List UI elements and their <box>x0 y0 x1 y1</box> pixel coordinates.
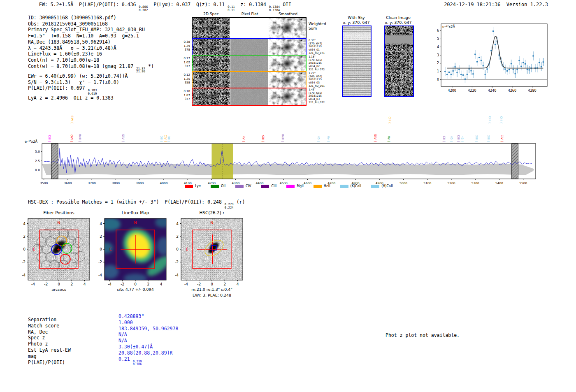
y-tick-label: -4 <box>175 273 179 277</box>
left-label-line: 378 <box>179 48 190 52</box>
data-point <box>462 74 464 76</box>
data-point <box>504 68 506 70</box>
data-point <box>520 66 522 67</box>
data-point <box>518 60 520 61</box>
north-label: N <box>57 220 60 225</box>
selected-line-band <box>211 144 233 179</box>
match-table-row: mag20.88(20.88,20.89)R <box>28 353 71 360</box>
emission-line-label: OIII { <box>475 135 478 142</box>
cutout-svg: -4-4-2-2002244NEs/b: 4.77 +/- 0.094 <box>93 215 178 296</box>
y-tick-label: -4 <box>98 273 102 277</box>
smoothed-dark-blob <box>280 74 294 86</box>
masked-region-hatch <box>51 144 58 179</box>
lineflux-map-title: Lineflux Map <box>93 210 178 215</box>
x-tick-label: 2 <box>70 282 73 286</box>
match-row-value: N/A <box>118 332 127 338</box>
smoothed-side-blob <box>296 44 305 51</box>
elixer-report-page: { "meta": {"header_right": "2024-12-19 1… <box>0 0 576 392</box>
rect-mark <box>230 72 267 88</box>
y-tick-label: 4 <box>23 222 26 226</box>
xlabel2: EWr: 3. PLAE: 0.248 <box>193 293 231 297</box>
legend-swatch <box>261 185 269 188</box>
legend-item: (K)CaII <box>340 184 362 188</box>
y-tick-label: 6 <box>437 29 439 32</box>
data-point <box>513 69 514 70</box>
match-row-value: 1.000 <box>118 320 133 326</box>
x-tick-label: -4 <box>184 282 188 286</box>
y-tick-label: -4 <box>22 273 26 277</box>
match-row-value: 183.849359, 50.962978 <box>118 326 178 332</box>
cutout-svg: -4-4-2-2002244NEm:21.0 re:1.3" s:0.4"EWr… <box>170 215 254 299</box>
match-row-label: P(LAE)/P(OII) <box>28 360 65 365</box>
y-tick-label: 1 <box>437 70 439 73</box>
right-label-line: 0.35" <box>309 39 335 42</box>
right-label-line: 1.18" <box>309 55 335 58</box>
legend-label: Lyα <box>195 184 201 188</box>
y-tick-label: 4 <box>176 222 179 226</box>
x-tick-label: 0 <box>211 282 213 286</box>
right-label-line: 1.27" <box>309 72 335 75</box>
spec2d-cell-2d <box>193 18 230 38</box>
x-tick-label: 4 <box>84 282 86 286</box>
x-tick-label: -2 <box>197 282 201 286</box>
data-point <box>516 69 518 70</box>
x-tick-label: -4 <box>108 282 111 286</box>
right-label-line: 20181215 <box>309 94 335 97</box>
2d-dark-streak <box>197 78 225 83</box>
data-point <box>509 69 510 70</box>
match-row-label: mag <box>28 353 37 359</box>
y-tick-label: 4 <box>437 45 439 49</box>
smoothed-side-blob <box>296 93 305 100</box>
emission-line-label: CIV { <box>164 135 167 142</box>
emission-line-label: Hδ { <box>317 136 320 142</box>
hsc-dex-match-header: HSC-DEX : Possible Matches = 1 (within +… <box>28 199 245 209</box>
y-tick-label: 4 <box>100 222 102 226</box>
line-fit-svg: 420042204240426042800123456e⁻¹⁷x2Å <box>429 21 550 95</box>
left-label-line: 0.38 <box>179 40 190 44</box>
legend-item: Lyα <box>185 184 201 188</box>
right-label-line: 20181215 <box>309 78 335 81</box>
spec2d-cell-flat <box>230 72 267 88</box>
data-point <box>543 61 544 63</box>
with-sky-image <box>342 26 372 97</box>
east-label: E <box>186 247 188 251</box>
data-point <box>495 44 496 45</box>
data-point <box>532 55 534 56</box>
data-point <box>529 69 530 70</box>
x-tick-label: 0 <box>134 282 137 286</box>
match-row-value: 3.30(±0.47)Å <box>118 344 153 350</box>
spec2d-col-header-2dspec: 2D Spec <box>192 12 230 16</box>
full-spectrum-plot: 3500360037003800390040004100420043004400… <box>24 106 538 187</box>
flat-noise <box>230 72 267 88</box>
flux-blob <box>124 274 147 283</box>
info-line: Cont(w) = 8.70(±0.08)e-18 (gmag 21.87 21… <box>28 63 154 73</box>
left-label-line: 1.29 <box>179 44 190 49</box>
y-tick-label: -2 <box>22 260 26 264</box>
uncertainty-stack: 0.2390.186 <box>133 360 142 366</box>
spec2d-row-right-labels: 1.18"(370, 655)20181215v034_02321_RU_072 <box>309 55 335 71</box>
left-label-line: 0.12 <box>179 73 190 77</box>
hsc-cutout-title: HSC(26.2) r <box>170 210 254 215</box>
spec2d-row <box>192 55 307 73</box>
legend-swatch <box>185 185 193 188</box>
flux-units-label: e⁻¹⁷x2Å <box>442 24 455 29</box>
match-row-value: 0.21 0.2390.186 <box>118 356 142 366</box>
emission-line-label: Hβ { <box>460 136 464 142</box>
emission-line-label: OIII { <box>488 116 491 124</box>
data-point <box>490 50 492 51</box>
left-label-line: 1.02 <box>179 61 190 65</box>
match-table-row: Separation0.428893" <box>28 317 71 323</box>
emission-line-label: SiIV { <box>374 134 377 142</box>
spec2d-row-right-labels: 0.35"(370, 647)20181215v034_01321_RU_071 <box>309 39 335 55</box>
x-tick-label: 4240 <box>488 89 496 93</box>
uncertainty-stack: 0.8060.282 <box>139 5 148 12</box>
uncertainty-stack: 0.13840.1384 <box>269 5 280 12</box>
y-tick-label: 2 <box>176 234 179 239</box>
emission-line-label: Hγ { <box>387 136 390 142</box>
data-point <box>467 74 468 75</box>
data-point <box>455 66 456 67</box>
east-label: E <box>109 247 112 251</box>
data-point <box>471 70 472 71</box>
spec2d-cell-smoothed <box>269 56 306 72</box>
emission-line-label: SiIV { <box>121 134 125 142</box>
